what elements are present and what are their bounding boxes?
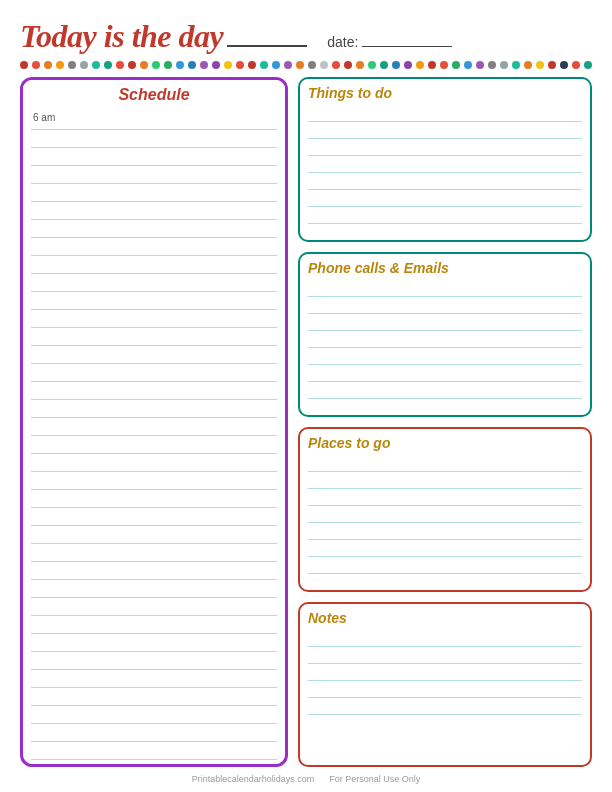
section-line [308, 382, 582, 399]
schedule-line [31, 166, 277, 184]
section-line [308, 105, 582, 122]
schedule-line [31, 346, 277, 364]
page: Today is the day date: Schedule 6 am Thi… [0, 0, 612, 792]
section-line [308, 647, 582, 664]
section-lines-phone-calls-emails [308, 280, 582, 399]
dot [380, 61, 388, 69]
dot [344, 61, 352, 69]
section-line [308, 331, 582, 348]
schedule-header: Schedule [23, 80, 285, 110]
schedule-line [31, 454, 277, 472]
right-column: Things to doPhone calls & EmailsPlaces t… [298, 77, 592, 767]
schedule-line [31, 328, 277, 346]
dot [368, 61, 376, 69]
section-line [308, 698, 582, 715]
schedule-line [31, 634, 277, 652]
schedule-line [31, 670, 277, 688]
dot [584, 61, 592, 69]
dot [440, 61, 448, 69]
dot [128, 61, 136, 69]
schedule-line [31, 742, 277, 760]
dot [464, 61, 472, 69]
dot [500, 61, 508, 69]
section-title-places-to-go: Places to go [308, 435, 582, 451]
dot [476, 61, 484, 69]
main-content: Schedule 6 am Things to doPhone calls & … [20, 77, 592, 767]
schedule-line [31, 616, 277, 634]
dot [356, 61, 364, 69]
schedule-lines[interactable]: 6 am [23, 110, 285, 758]
dot [272, 61, 280, 69]
section-line [308, 365, 582, 382]
schedule-line [31, 220, 277, 238]
schedule-line [31, 436, 277, 454]
schedule-box: Schedule 6 am [20, 77, 288, 767]
title-underline [227, 45, 307, 47]
dot [92, 61, 100, 69]
dot [68, 61, 76, 69]
schedule-line [31, 526, 277, 544]
date-label: date: [327, 34, 358, 50]
dot [104, 61, 112, 69]
dot [80, 61, 88, 69]
page-title: Today is the day [20, 18, 223, 55]
section-line [308, 297, 582, 314]
dot [44, 61, 52, 69]
section-line [308, 173, 582, 190]
schedule-line [31, 184, 277, 202]
section-title-phone-calls-emails: Phone calls & Emails [308, 260, 582, 276]
dot [248, 61, 256, 69]
schedule-line [31, 130, 277, 148]
footer-left: Printablecalendarholidays.com [192, 774, 315, 784]
dot-row [20, 61, 592, 69]
schedule-line [31, 202, 277, 220]
dot [236, 61, 244, 69]
schedule-line [31, 382, 277, 400]
schedule-line [31, 238, 277, 256]
section-line [308, 314, 582, 331]
section-places-to-go[interactable]: Places to go [298, 427, 592, 592]
section-line [308, 664, 582, 681]
schedule-line [31, 112, 277, 130]
dot [116, 61, 124, 69]
section-line [308, 190, 582, 207]
dot [320, 61, 328, 69]
schedule-line [31, 562, 277, 580]
schedule-lined-area [31, 112, 277, 760]
section-notes[interactable]: Notes [298, 602, 592, 767]
schedule-line [31, 292, 277, 310]
schedule-line [31, 652, 277, 670]
section-lines-notes [308, 630, 582, 715]
dot [176, 61, 184, 69]
schedule-line [31, 688, 277, 706]
schedule-line [31, 490, 277, 508]
dot [56, 61, 64, 69]
schedule-line [31, 148, 277, 166]
dot [524, 61, 532, 69]
dot [188, 61, 196, 69]
section-phone-calls-emails[interactable]: Phone calls & Emails [298, 252, 592, 417]
section-line [308, 523, 582, 540]
section-title-notes: Notes [308, 610, 582, 626]
dot [512, 61, 520, 69]
section-title-things-to-do: Things to do [308, 85, 582, 101]
section-things-to-do[interactable]: Things to do [298, 77, 592, 242]
section-line [308, 156, 582, 173]
left-column: Schedule 6 am [20, 77, 288, 767]
dot [560, 61, 568, 69]
schedule-line [31, 310, 277, 328]
section-line [308, 139, 582, 156]
section-lines-places-to-go [308, 455, 582, 574]
dot [404, 61, 412, 69]
section-line [308, 557, 582, 574]
section-line [308, 489, 582, 506]
footer: Printablecalendarholidays.com For Person… [0, 774, 612, 784]
dot [140, 61, 148, 69]
dot [260, 61, 268, 69]
schedule-line [31, 724, 277, 742]
dot [200, 61, 208, 69]
dot [308, 61, 316, 69]
schedule-line [31, 418, 277, 436]
section-line [308, 472, 582, 489]
schedule-line [31, 508, 277, 526]
